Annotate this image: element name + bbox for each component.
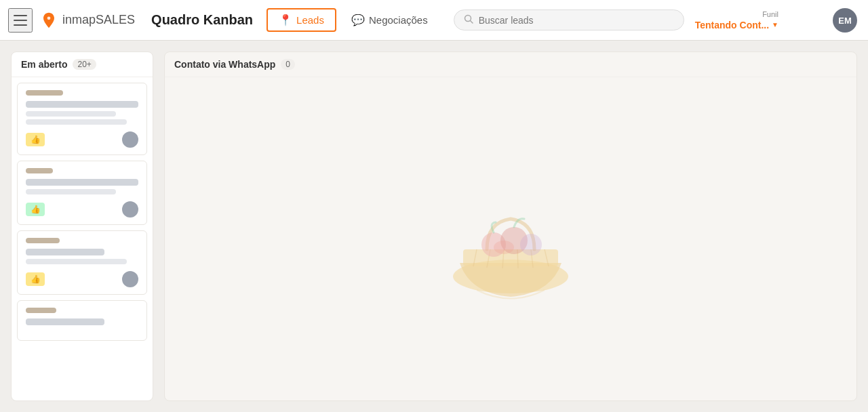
like-button[interactable]: 👍 <box>26 203 45 216</box>
list-item[interactable]: 👍 <box>17 230 147 295</box>
card-detail-line <box>26 119 127 125</box>
funil-selector: Funil Tentando Cont... ▼ <box>695 10 778 30</box>
funil-value-button[interactable]: Tentando Cont... ▼ <box>695 20 778 30</box>
empty-state-illustration <box>165 77 856 400</box>
card-sub-line <box>26 189 116 194</box>
card-tag <box>26 90 63 96</box>
card-footer: 👍 <box>26 201 138 218</box>
nav-tabs: 📍 Leads 💬 Negociações <box>267 8 440 32</box>
column-header-em-aberto: Em aberto 20+ <box>12 52 153 77</box>
kanban-board: Em aberto 20+ 👍 👍 <box>0 41 868 412</box>
card-tag <box>26 168 53 173</box>
app-header: inmapSALES Quadro Kanban 📍 Leads 💬 Negoc… <box>0 0 868 41</box>
svg-point-14 <box>494 241 514 254</box>
svg-point-13 <box>520 234 542 255</box>
card-sub-line <box>26 111 116 117</box>
column-title-em-aberto: Em aberto <box>21 59 67 70</box>
card-name-line <box>26 249 104 255</box>
logo: inmapSALES <box>38 9 135 31</box>
avatar[interactable]: EM <box>833 8 857 33</box>
negociacoes-icon: 💬 <box>351 14 365 26</box>
list-item[interactable]: 👍 <box>17 161 147 225</box>
column-cards-em-aberto: 👍 👍 👍 <box>12 77 153 400</box>
column-badge-whatsapp: 0 <box>281 59 295 70</box>
card-name-line <box>26 318 104 325</box>
like-button[interactable]: 👍 <box>26 272 45 286</box>
card-footer: 👍 <box>26 271 138 287</box>
search-icon <box>464 14 473 26</box>
search-input[interactable] <box>479 15 674 26</box>
card-tag <box>26 308 56 313</box>
card-avatar <box>122 271 138 287</box>
card-name-line <box>26 101 138 108</box>
list-item[interactable]: 👍 <box>17 83 147 155</box>
card-avatar <box>122 131 138 148</box>
chevron-down-icon: ▼ <box>772 21 778 28</box>
tab-negociacoes[interactable]: 💬 Negociações <box>339 8 440 32</box>
column-title-whatsapp: Contato via WhatsApp <box>174 59 275 70</box>
funil-label: Funil <box>762 10 778 18</box>
menu-button[interactable] <box>8 8 33 33</box>
card-name-line <box>26 179 138 186</box>
list-item[interactable] <box>17 300 147 341</box>
card-avatar <box>122 201 138 218</box>
column-header-whatsapp: Contato via WhatsApp 0 <box>165 52 856 77</box>
tab-leads[interactable]: 📍 Leads <box>267 8 336 32</box>
like-button[interactable]: 👍 <box>26 133 45 146</box>
card-sub-line <box>26 259 127 264</box>
logo-text: inmapSALES <box>62 13 135 27</box>
leads-icon: 📍 <box>279 14 292 26</box>
page-title: Quadro Kanban <box>151 12 253 28</box>
column-badge-em-aberto: 20+ <box>73 59 96 70</box>
search-bar <box>454 9 684 30</box>
svg-line-2 <box>470 21 473 24</box>
column-em-aberto: Em aberto 20+ 👍 👍 <box>11 52 153 401</box>
column-contato-whatsapp: Contato via WhatsApp 0 <box>164 52 857 401</box>
card-tag <box>26 238 60 243</box>
card-footer: 👍 <box>26 131 138 148</box>
